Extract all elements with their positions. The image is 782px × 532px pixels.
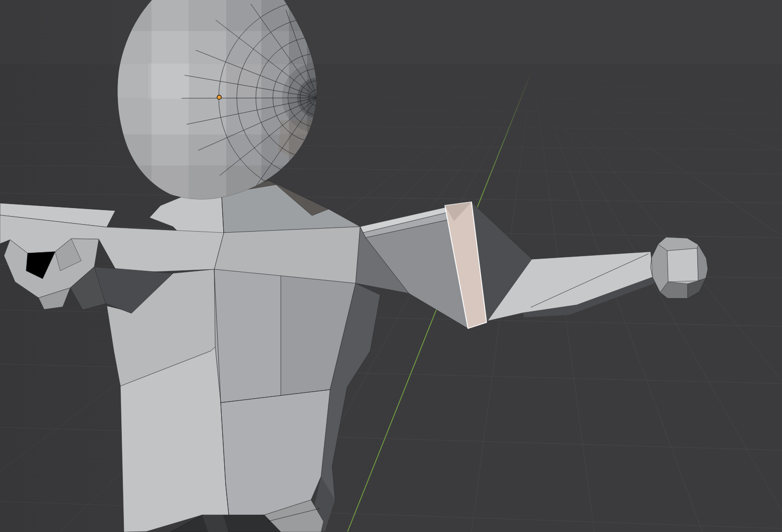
origin-point[interactable] — [217, 95, 221, 99]
mesh-face[interactable] — [214, 269, 281, 403]
head-shading — [148, 63, 190, 99]
right-hand-mesh[interactable] — [651, 237, 708, 298]
viewport-wrap — [0, 0, 782, 532]
viewport-canvas[interactable] — [0, 0, 782, 532]
mesh-face[interactable] — [667, 248, 698, 282]
